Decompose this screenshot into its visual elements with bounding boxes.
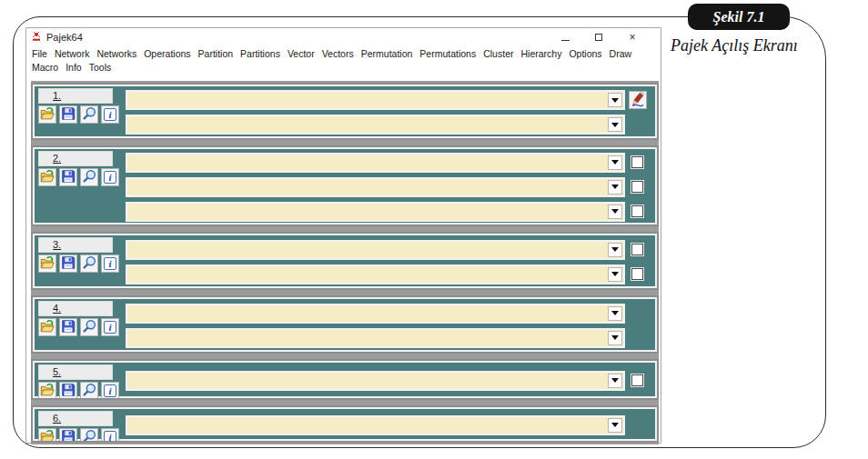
object-combo-select[interactable] xyxy=(126,177,625,197)
combo-dropdown-button[interactable] xyxy=(608,117,622,132)
open-file-button[interactable] xyxy=(38,318,56,336)
menu-vector[interactable]: Vector xyxy=(288,47,315,61)
menu-networks[interactable]: Networks xyxy=(96,47,136,61)
row-checkbox[interactable] xyxy=(631,181,643,193)
object-combo-select[interactable] xyxy=(126,153,625,173)
panel-left-column: 6.i xyxy=(38,411,126,439)
row-checkbox[interactable] xyxy=(631,268,643,280)
draw-network-button[interactable] xyxy=(629,91,647,109)
combo-dropdown-button[interactable] xyxy=(608,180,622,195)
menu-info[interactable]: Info xyxy=(66,61,82,75)
save-file-button[interactable] xyxy=(59,168,77,186)
combo-field[interactable] xyxy=(127,417,607,434)
object-combo-select[interactable] xyxy=(126,415,625,435)
panel-left-column: 5.i xyxy=(38,364,126,396)
row-checkbox[interactable] xyxy=(631,374,643,386)
menu-macro[interactable]: Macro xyxy=(32,61,58,75)
view-button[interactable] xyxy=(80,254,98,273)
minimize-button[interactable] xyxy=(560,33,570,42)
open-folder-icon xyxy=(39,428,56,444)
info-button[interactable]: i xyxy=(101,428,119,443)
save-file-button[interactable] xyxy=(59,428,77,443)
combo-row xyxy=(126,264,650,284)
combo-field[interactable] xyxy=(127,330,607,346)
open-file-button[interactable] xyxy=(38,428,56,443)
pajek-app-icon xyxy=(31,29,42,45)
menu-partition[interactable]: Partition xyxy=(198,47,234,61)
panel-number-label: 1. xyxy=(38,88,113,104)
combo-field[interactable] xyxy=(127,266,607,283)
panel-number-label: 4. xyxy=(38,301,113,316)
floppy-disk-icon xyxy=(60,254,76,274)
open-file-button[interactable] xyxy=(38,105,56,124)
row-checkbox[interactable] xyxy=(631,205,643,217)
open-file-button[interactable] xyxy=(38,254,56,273)
object-combo-select[interactable] xyxy=(126,371,625,391)
info-button[interactable]: i xyxy=(101,105,119,124)
panel-rows xyxy=(126,301,650,350)
combo-dropdown-button[interactable] xyxy=(608,331,622,345)
info-button[interactable]: i xyxy=(101,382,119,400)
info-icon: i xyxy=(104,321,116,334)
combo-field[interactable] xyxy=(127,305,607,322)
combo-field[interactable] xyxy=(127,242,607,258)
menu-permutations[interactable]: Permutations xyxy=(419,47,476,61)
menu-tools[interactable]: Tools xyxy=(89,61,112,75)
menu-cluster[interactable]: Cluster xyxy=(483,47,513,61)
menu-permutation[interactable]: Permutation xyxy=(361,47,413,61)
open-folder-icon xyxy=(39,254,56,274)
menu-hierarchy[interactable]: Hierarchy xyxy=(520,47,561,61)
object-combo-select[interactable] xyxy=(126,202,625,222)
row-checkbox[interactable] xyxy=(631,244,643,255)
menu-partitions[interactable]: Partitions xyxy=(240,47,280,61)
combo-field[interactable] xyxy=(127,373,607,389)
floppy-disk-icon xyxy=(60,168,76,187)
view-button[interactable] xyxy=(80,428,98,443)
object-combo-select[interactable] xyxy=(126,115,625,135)
combo-field[interactable] xyxy=(127,179,607,195)
object-combo-select[interactable] xyxy=(126,240,625,260)
menu-draw[interactable]: Draw xyxy=(610,47,632,61)
object-combo-select[interactable] xyxy=(126,90,625,110)
extra-cell-checkbox xyxy=(625,244,650,255)
menu-file[interactable]: File xyxy=(32,47,47,61)
panel-rows xyxy=(126,364,650,396)
open-file-button[interactable] xyxy=(38,168,56,186)
menu-options[interactable]: Options xyxy=(569,47,601,61)
maximize-button[interactable] xyxy=(594,33,603,42)
combo-field[interactable] xyxy=(127,116,607,133)
object-combo-select[interactable] xyxy=(126,264,625,284)
close-button[interactable]: × xyxy=(628,33,637,42)
combo-dropdown-button[interactable] xyxy=(608,93,622,107)
combo-dropdown-button[interactable] xyxy=(608,418,622,433)
menu-vectors[interactable]: Vectors xyxy=(322,47,354,61)
info-button[interactable]: i xyxy=(101,168,119,186)
save-file-button[interactable] xyxy=(59,105,77,124)
save-file-button[interactable] xyxy=(59,254,77,273)
combo-dropdown-button[interactable] xyxy=(608,267,622,282)
object-combo-select[interactable] xyxy=(126,304,625,324)
combo-field[interactable] xyxy=(127,204,607,220)
view-button[interactable] xyxy=(80,318,98,336)
combo-field[interactable] xyxy=(127,155,607,171)
open-file-button[interactable] xyxy=(38,382,56,400)
menu-operations[interactable]: Operations xyxy=(144,47,190,61)
combo-field[interactable] xyxy=(127,92,607,108)
panel-left-column: 3.i xyxy=(38,237,126,286)
combo-dropdown-button[interactable] xyxy=(608,155,622,170)
info-button[interactable]: i xyxy=(101,254,119,273)
combo-dropdown-button[interactable] xyxy=(608,374,622,388)
combo-dropdown-button[interactable] xyxy=(608,306,622,321)
save-file-button[interactable] xyxy=(59,318,77,336)
panel-toolbar: i xyxy=(38,254,126,273)
menu-network[interactable]: Network xyxy=(55,47,90,61)
combo-dropdown-button[interactable] xyxy=(608,205,622,219)
info-button[interactable]: i xyxy=(101,318,119,336)
row-checkbox[interactable] xyxy=(631,156,643,168)
view-button[interactable] xyxy=(80,382,98,400)
view-button[interactable] xyxy=(80,105,98,124)
combo-dropdown-button[interactable] xyxy=(608,243,622,257)
save-file-button[interactable] xyxy=(59,382,77,400)
view-button[interactable] xyxy=(80,168,98,186)
object-combo-select[interactable] xyxy=(126,328,625,348)
